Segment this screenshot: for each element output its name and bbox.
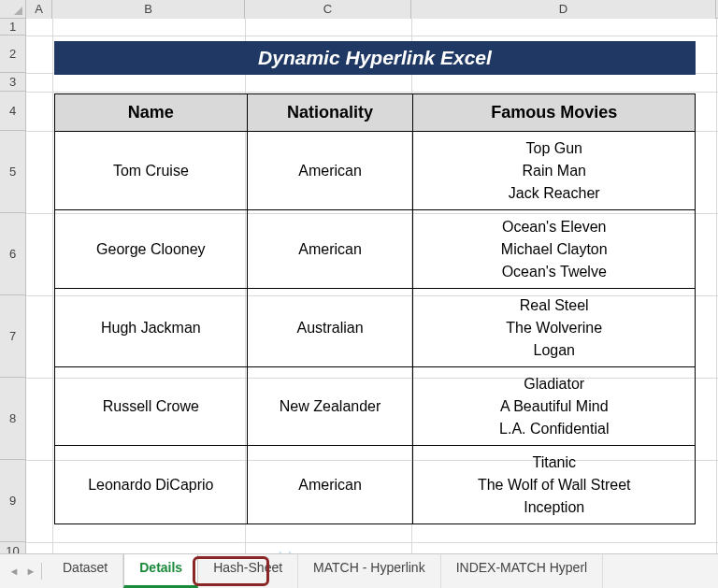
cell-name[interactable]: Hugh Jackman bbox=[55, 289, 248, 367]
sheet-tab-index-match-hyperl[interactable]: INDEX-MATCH Hyperl bbox=[441, 554, 604, 588]
sheet-tab-hash-sheet[interactable]: Hash-Sheet bbox=[198, 554, 298, 588]
row-header-9[interactable]: 9 bbox=[0, 460, 26, 542]
cells-area[interactable]: Dynamic Hyperlink Excel Name Nationality… bbox=[26, 19, 718, 553]
cell-nationality[interactable]: American bbox=[247, 446, 413, 524]
col-header-B[interactable]: B bbox=[52, 0, 245, 19]
page-title: Dynamic Hyperlink Excel bbox=[54, 41, 696, 75]
divider bbox=[41, 563, 42, 580]
table-row: George ClooneyAmericanOcean's Eleven Mic… bbox=[55, 210, 696, 289]
table-header-row: Name Nationality Famous Movies bbox=[55, 94, 696, 132]
cell-name[interactable]: Tom Cruise bbox=[55, 132, 248, 210]
cell-movies[interactable]: Top Gun Rain Man Jack Reacher bbox=[413, 132, 696, 210]
tab-nav-next-icon[interactable]: ► bbox=[22, 561, 39, 581]
cell-name[interactable]: George Clooney bbox=[55, 210, 248, 289]
row-header-4[interactable]: 4 bbox=[0, 92, 26, 131]
cell-name[interactable]: Russell Crowe bbox=[55, 367, 248, 446]
cell-nationality[interactable]: American bbox=[247, 210, 413, 289]
table-row: Tom CruiseAmericanTop Gun Rain Man Jack … bbox=[55, 132, 696, 210]
col-header-D[interactable]: D bbox=[411, 0, 716, 19]
row-header-7[interactable]: 7 bbox=[0, 295, 26, 378]
table-row: Hugh JackmanAustralianReal Steel The Wol… bbox=[55, 289, 696, 367]
table-row: Russell CroweNew ZealanderGladiator A Be… bbox=[55, 367, 696, 446]
cell-nationality[interactable]: American bbox=[247, 132, 413, 210]
table-row: Leonardo DiCaprioAmericanTitanic The Wol… bbox=[55, 446, 696, 524]
row-header-5[interactable]: 5 bbox=[0, 131, 26, 213]
col-header-A[interactable]: A bbox=[26, 0, 52, 19]
cell-name[interactable]: Leonardo DiCaprio bbox=[55, 446, 248, 524]
spreadsheet-grid: A B C D 12345678910 Dynamic Hyperlink Ex… bbox=[0, 0, 718, 553]
sheet-tab-bar: ◄ ► DatasetDetailsHash-SheetMATCH - Hype… bbox=[0, 553, 718, 588]
sheet-tab-details[interactable]: Details bbox=[123, 553, 198, 588]
cell-nationality[interactable]: Australian bbox=[247, 289, 413, 367]
select-all-corner[interactable] bbox=[0, 0, 26, 19]
cell-movies[interactable]: Ocean's Eleven Michael Clayton Ocean's T… bbox=[413, 210, 696, 289]
row-header-3[interactable]: 3 bbox=[0, 73, 26, 92]
row-header-6[interactable]: 6 bbox=[0, 213, 26, 295]
tab-nav-prev-icon[interactable]: ◄ bbox=[6, 561, 22, 581]
row-header-1[interactable]: 1 bbox=[0, 19, 26, 36]
data-table: Name Nationality Famous Movies Tom Cruis… bbox=[54, 93, 696, 524]
cell-movies[interactable]: Gladiator A Beautiful Mind L.A. Confiden… bbox=[413, 367, 696, 446]
sheet-tab-match-hyperlink[interactable]: MATCH - Hyperlink bbox=[298, 554, 441, 588]
sheet-tab-dataset[interactable]: Dataset bbox=[48, 554, 123, 588]
header-name[interactable]: Name bbox=[55, 94, 248, 132]
col-header-C[interactable]: C bbox=[245, 0, 411, 19]
cell-movies[interactable]: Titanic The Wolf of Wall Street Inceptio… bbox=[413, 446, 696, 524]
header-nationality[interactable]: Nationality bbox=[247, 94, 413, 132]
row-header-8[interactable]: 8 bbox=[0, 378, 26, 460]
cell-movies[interactable]: Real Steel The Wolverine Logan bbox=[413, 289, 696, 367]
row-header-2[interactable]: 2 bbox=[0, 36, 26, 73]
header-movies[interactable]: Famous Movies bbox=[413, 94, 696, 132]
column-headers: A B C D bbox=[0, 0, 718, 19]
cell-nationality[interactable]: New Zealander bbox=[247, 367, 413, 446]
